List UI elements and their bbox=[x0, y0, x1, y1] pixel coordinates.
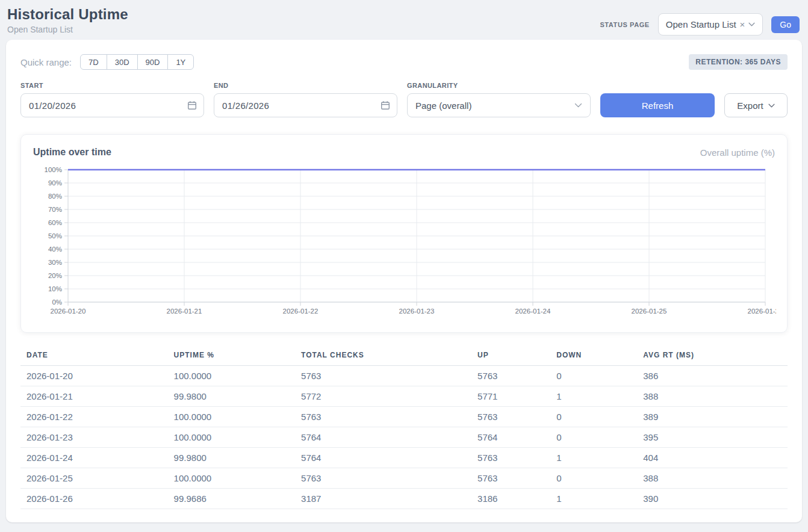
table-cell: 1 bbox=[550, 489, 637, 509]
table-cell: 5763 bbox=[295, 407, 471, 427]
table-cell: 2026-01-20 bbox=[20, 366, 168, 386]
start-label: START bbox=[20, 82, 204, 89]
svg-text:20%: 20% bbox=[48, 272, 62, 279]
table-cell: 100.0000 bbox=[168, 427, 295, 448]
table-cell: 5764 bbox=[295, 448, 471, 468]
svg-text:2026-01-20: 2026-01-20 bbox=[51, 308, 86, 315]
table-row: 2026-01-23100.0000576457640395 bbox=[20, 427, 788, 448]
chevron-down-icon bbox=[748, 22, 755, 26]
uptime-chart-card: Uptime over time Overall uptime (%) 0%10… bbox=[20, 134, 788, 333]
table-cell: 5763 bbox=[295, 468, 471, 489]
table-cell: 388 bbox=[637, 386, 788, 407]
table-cell: 0 bbox=[550, 366, 637, 386]
table-cell: 404 bbox=[637, 448, 788, 468]
quick-range-label: Quick range: bbox=[20, 57, 72, 67]
export-button[interactable]: Export bbox=[724, 93, 788, 117]
svg-text:100%: 100% bbox=[45, 166, 62, 173]
end-label: END bbox=[214, 82, 397, 89]
svg-text:2026-01-24: 2026-01-24 bbox=[515, 308, 551, 315]
table-column-header: AVG RT (MS) bbox=[637, 347, 788, 366]
table-cell: 5772 bbox=[295, 386, 471, 407]
clear-selection-icon[interactable]: × bbox=[740, 20, 745, 29]
table-column-header: DATE bbox=[20, 347, 168, 366]
table-cell: 0 bbox=[550, 468, 637, 489]
status-page-label: STATUS PAGE bbox=[600, 21, 649, 28]
table-cell: 2026-01-24 bbox=[20, 448, 168, 468]
export-button-label: Export bbox=[737, 101, 763, 111]
table-cell: 99.9686 bbox=[168, 489, 295, 509]
calendar-icon[interactable] bbox=[381, 101, 390, 110]
table-column-header: TOTAL CHECKS bbox=[295, 347, 471, 366]
table-cell: 3187 bbox=[295, 489, 471, 509]
svg-text:2026-01-22: 2026-01-22 bbox=[283, 308, 319, 315]
table-cell: 2026-01-23 bbox=[20, 427, 168, 448]
table-cell: 5763 bbox=[471, 448, 550, 468]
table-row: 2026-01-22100.0000576357630389 bbox=[20, 407, 788, 427]
table-row: 2026-01-2699.9686318731861390 bbox=[20, 489, 788, 509]
table-cell: 100.0000 bbox=[168, 468, 295, 489]
table-cell: 386 bbox=[637, 366, 788, 386]
svg-text:0%: 0% bbox=[52, 298, 62, 306]
status-page-selected-value: Open Startup List bbox=[666, 19, 736, 29]
start-date-input[interactable] bbox=[20, 93, 204, 117]
svg-text:90%: 90% bbox=[48, 179, 62, 187]
uptime-table: DATEUPTIME %TOTAL CHECKSUPDOWNAVG RT (MS… bbox=[20, 347, 788, 509]
table-cell: 5763 bbox=[471, 468, 550, 489]
table-cell: 5764 bbox=[295, 427, 471, 448]
chart-legend: Overall uptime (%) bbox=[700, 147, 775, 158]
table-cell: 390 bbox=[637, 489, 788, 509]
calendar-icon[interactable] bbox=[187, 101, 197, 110]
end-date-field-group: END bbox=[214, 82, 397, 117]
svg-text:60%: 60% bbox=[48, 219, 62, 226]
table-cell: 2026-01-26 bbox=[20, 489, 168, 509]
page-subtitle: Open Startup List bbox=[7, 25, 128, 34]
granularity-selected-value: Page (overall) bbox=[415, 101, 471, 111]
svg-text:2026-01-26: 2026-01-26 bbox=[748, 308, 776, 315]
table-column-header: UPTIME % bbox=[168, 347, 295, 366]
svg-text:70%: 70% bbox=[48, 206, 62, 213]
page-title: Historical Uptime bbox=[7, 6, 128, 23]
filters-row: START END GRANULARITY Page (overall) bbox=[20, 82, 788, 117]
table-cell: 5771 bbox=[471, 386, 550, 407]
table-body: 2026-01-20100.00005763576303862026-01-21… bbox=[20, 366, 788, 509]
quick-range-button-30d[interactable]: 30D bbox=[107, 54, 138, 70]
go-button[interactable]: Go bbox=[771, 16, 800, 33]
start-date-field-group: START bbox=[20, 82, 204, 117]
quick-range-button-1y[interactable]: 1Y bbox=[167, 54, 194, 70]
table-cell: 3186 bbox=[471, 489, 550, 509]
svg-text:2026-01-23: 2026-01-23 bbox=[399, 308, 435, 315]
main-card: Quick range: 7D30D90D1Y RETENTION: 365 D… bbox=[6, 40, 802, 522]
table-cell: 5763 bbox=[471, 366, 550, 386]
table-cell: 388 bbox=[637, 468, 788, 489]
end-date-input[interactable] bbox=[214, 93, 397, 117]
chevron-down-icon bbox=[574, 103, 582, 108]
table-cell: 5763 bbox=[295, 366, 471, 386]
quick-range-group: 7D30D90D1Y bbox=[80, 54, 194, 70]
granularity-label: GRANULARITY bbox=[407, 82, 591, 89]
quick-range-button-7d[interactable]: 7D bbox=[80, 54, 107, 70]
table-cell: 100.0000 bbox=[168, 407, 295, 427]
quick-range-button-90d[interactable]: 90D bbox=[137, 54, 169, 70]
table-row: 2026-01-25100.0000576357630388 bbox=[20, 468, 788, 489]
table-header-row: DATEUPTIME %TOTAL CHECKSUPDOWNAVG RT (MS… bbox=[20, 347, 788, 366]
table-row: 2026-01-20100.0000576357630386 bbox=[20, 366, 788, 386]
refresh-button[interactable]: Refresh bbox=[600, 93, 715, 117]
title-block: Historical Uptime Open Startup List bbox=[7, 6, 128, 34]
table-cell: 99.9800 bbox=[168, 448, 295, 468]
table-cell: 1 bbox=[550, 386, 637, 407]
table-cell: 2026-01-21 bbox=[20, 386, 168, 407]
uptime-line-chart: 0%10%20%30%40%50%60%70%80%90%100%2026-01… bbox=[33, 165, 776, 320]
svg-text:50%: 50% bbox=[48, 232, 62, 240]
chevron-down-icon bbox=[768, 104, 775, 108]
table-cell: 5763 bbox=[471, 407, 550, 427]
top-header: Historical Uptime Open Startup List STAT… bbox=[0, 0, 808, 40]
table-cell: 0 bbox=[550, 427, 637, 448]
chart-title: Uptime over time bbox=[33, 147, 111, 158]
granularity-select[interactable]: Page (overall) bbox=[407, 93, 591, 117]
table-cell: 99.9800 bbox=[168, 386, 295, 407]
table-row: 2026-01-2499.9800576457631404 bbox=[20, 448, 788, 468]
status-page-select[interactable]: Open Startup List × bbox=[658, 13, 763, 36]
granularity-field-group: GRANULARITY Page (overall) bbox=[407, 82, 591, 117]
table-row: 2026-01-2199.9800577257711388 bbox=[20, 386, 788, 407]
svg-text:40%: 40% bbox=[48, 246, 62, 253]
